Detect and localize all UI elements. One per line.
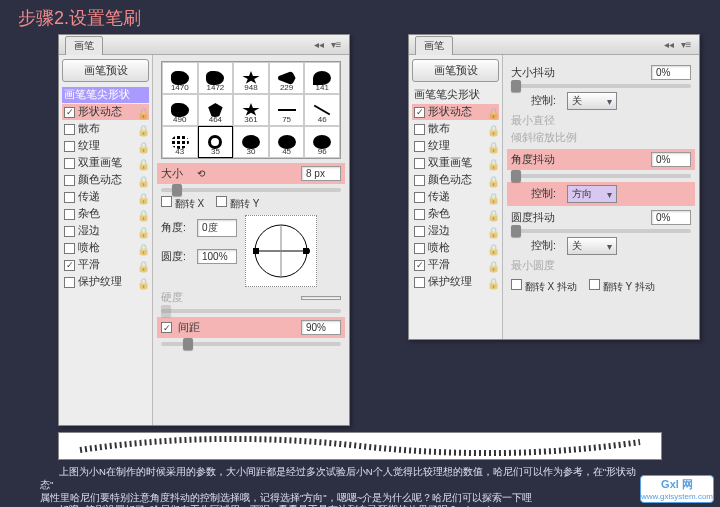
spacing-row: 间距 90%	[157, 317, 345, 338]
angle-jitter-row: 角度抖动0%	[507, 149, 695, 170]
checkbox-icon[interactable]	[64, 260, 75, 271]
lock-icon: 🔒	[487, 141, 497, 151]
checkbox-icon[interactable]	[414, 277, 425, 288]
checkbox-icon[interactable]	[414, 226, 425, 237]
sidebar-item-transfer[interactable]: 传递🔒	[62, 189, 149, 205]
checkbox-icon[interactable]	[64, 141, 75, 152]
checkbox-icon[interactable]	[64, 124, 75, 135]
round-jitter-slider[interactable]	[511, 229, 691, 233]
sidebar-item-noise[interactable]: 杂色🔒	[62, 206, 149, 222]
checkbox-icon[interactable]	[64, 175, 75, 186]
menu-icon[interactable]: ▾≡	[679, 39, 693, 51]
sidebar-item-smooth[interactable]: 平滑🔒	[62, 257, 149, 273]
sidebar-item-scatter[interactable]: 散布🔒	[62, 121, 149, 137]
flipy-jitter-checkbox[interactable]	[589, 279, 600, 290]
roundness-input[interactable]: 100%	[197, 249, 237, 264]
size-jitter-input[interactable]: 0%	[651, 65, 691, 80]
size-control-select[interactable]: 关	[567, 92, 617, 110]
size-jitter-slider[interactable]	[511, 84, 691, 88]
checkbox-icon[interactable]	[414, 158, 425, 169]
min-diameter-label: 最小直径	[511, 114, 691, 128]
angle-widget[interactable]	[245, 215, 317, 287]
sidebar-item-wetedge[interactable]: 湿边🔒	[62, 223, 149, 239]
checkbox-icon[interactable]	[414, 209, 425, 220]
lock-icon: 🔒	[487, 243, 497, 253]
lock-icon: 🔒	[137, 260, 147, 270]
shape-dynamics-settings: 大小抖动0% 控制:关 最小直径 倾斜缩放比例 角度抖动0% 控制:方向 圆度抖…	[503, 55, 699, 339]
round-control-select[interactable]: 关	[567, 237, 617, 255]
checkbox-icon[interactable]	[64, 192, 75, 203]
sidebar-item-protect[interactable]: 保护纹理🔒	[412, 274, 499, 290]
lock-icon: 🔒	[487, 124, 497, 134]
stroke-preview	[58, 432, 662, 460]
sidebar-item-dual[interactable]: 双重画笔🔒	[62, 155, 149, 171]
sidebar-item-shape-dynamics[interactable]: 形状动态🔒	[62, 104, 149, 120]
sidebar-item-airbrush[interactable]: 喷枪🔒	[412, 240, 499, 256]
min-round-label: 最小圆度	[511, 259, 691, 273]
angle-jitter-input[interactable]: 0%	[651, 152, 691, 167]
sidebar-item-tip-shape[interactable]: 画笔笔尖形状	[412, 87, 499, 103]
tilt-scale-label: 倾斜缩放比例	[511, 131, 691, 145]
checkbox-icon[interactable]	[64, 243, 75, 254]
checkbox-icon[interactable]	[414, 175, 425, 186]
menu-icon[interactable]: ▾≡	[329, 39, 343, 51]
flipx-jitter-checkbox[interactable]	[511, 279, 522, 290]
tab-brush[interactable]: 画笔	[65, 36, 103, 56]
preset-button[interactable]: 画笔预设	[412, 59, 499, 82]
checkbox-icon[interactable]	[414, 260, 425, 271]
sidebar-item-texture[interactable]: 纹理🔒	[62, 138, 149, 154]
spacing-input[interactable]: 90%	[301, 320, 341, 335]
checkbox-icon[interactable]	[414, 243, 425, 254]
size-input[interactable]: 8 px	[301, 166, 341, 181]
checkbox-icon[interactable]	[64, 107, 75, 118]
checkbox-icon[interactable]	[64, 277, 75, 288]
checkbox-icon[interactable]	[414, 107, 425, 118]
checkbox-icon[interactable]	[64, 158, 75, 169]
sidebar-item-transfer[interactable]: 传递🔒	[412, 189, 499, 205]
sidebar-item-color[interactable]: 颜色动态🔒	[412, 172, 499, 188]
sidebar-item-scatter[interactable]: 散布🔒	[412, 121, 499, 137]
angle-jitter-slider[interactable]	[511, 174, 691, 178]
panel-tabbar: 画笔 ◂◂ ▾≡	[409, 35, 699, 55]
sidebar-item-smooth[interactable]: 平滑🔒	[412, 257, 499, 273]
hardness-input	[301, 296, 341, 300]
lock-icon: 🔒	[137, 175, 147, 185]
lock-icon: 🔒	[487, 209, 497, 219]
tab-brush[interactable]: 画笔	[415, 36, 453, 56]
sidebar-item-protect[interactable]: 保护纹理🔒	[62, 274, 149, 290]
sidebar-item-texture[interactable]: 纹理🔒	[412, 138, 499, 154]
round-jitter-input[interactable]: 0%	[651, 210, 691, 225]
sidebar-item-airbrush[interactable]: 喷枪🔒	[62, 240, 149, 256]
sidebar-item-color[interactable]: 颜色动态🔒	[62, 172, 149, 188]
collapse-icon[interactable]: ◂◂	[662, 39, 676, 51]
checkbox-icon[interactable]	[414, 124, 425, 135]
sidebar-item-dual[interactable]: 双重画笔🔒	[412, 155, 499, 171]
lock-icon: 🔒	[487, 175, 497, 185]
checkbox-icon[interactable]	[414, 141, 425, 152]
brush-panel-tip: 画笔 ◂◂ ▾≡ 画笔预设 画笔笔尖形状 形状动态🔒 散布🔒 纹理🔒 双重画笔🔒…	[58, 34, 350, 426]
angle-control-select[interactable]: 方向	[567, 185, 617, 203]
flipy-checkbox[interactable]	[216, 196, 227, 207]
brush-tip-settings: 1470 1472 948 229 141 490 464 361 75 46 …	[153, 55, 349, 425]
lock-icon: 🔒	[487, 158, 497, 168]
spacing-checkbox[interactable]	[161, 322, 172, 333]
size-slider[interactable]	[161, 188, 341, 192]
collapse-icon[interactable]: ◂◂	[312, 39, 326, 51]
checkbox-icon[interactable]	[64, 226, 75, 237]
angle-input[interactable]: 0度	[197, 219, 237, 237]
preset-button[interactable]: 画笔预设	[62, 59, 149, 82]
flipx-checkbox[interactable]	[161, 196, 172, 207]
sidebar-item-tip-shape[interactable]: 画笔笔尖形状	[62, 87, 149, 103]
sidebar-item-wetedge[interactable]: 湿边🔒	[412, 223, 499, 239]
brush-grid[interactable]: 1470 1472 948 229 141 490 464 361 75 46 …	[161, 61, 341, 159]
lock-icon: 🔒	[137, 226, 147, 236]
checkbox-icon[interactable]	[64, 209, 75, 220]
round-jitter-label: 圆度抖动	[511, 211, 555, 225]
reset-icon[interactable]: ⟲	[197, 168, 205, 179]
size-label: 大小	[161, 167, 191, 181]
checkbox-icon[interactable]	[414, 192, 425, 203]
sidebar-item-shape-dynamics[interactable]: 形状动态🔒	[412, 104, 499, 120]
sidebar-item-noise[interactable]: 杂色🔒	[412, 206, 499, 222]
spacing-slider[interactable]	[161, 342, 341, 346]
lock-icon: 🔒	[137, 141, 147, 151]
